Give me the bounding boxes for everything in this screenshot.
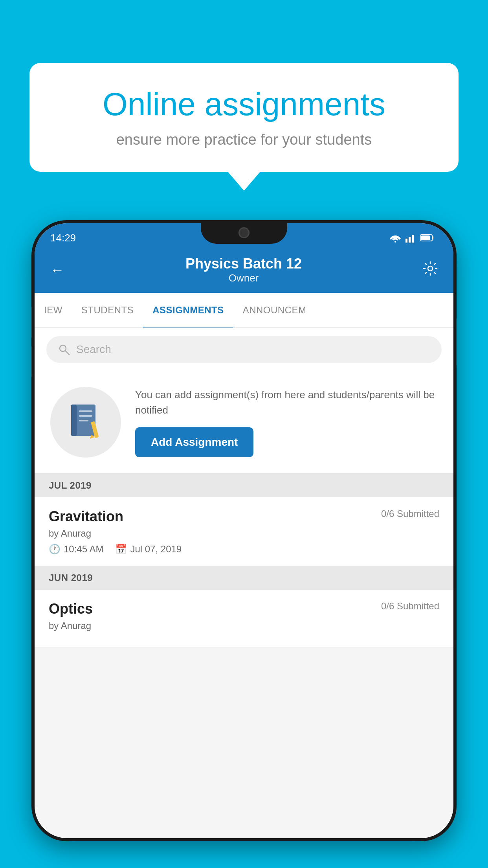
svg-line-9 (65, 351, 69, 355)
tab-assignments[interactable]: ASSIGNMENTS (143, 293, 233, 327)
search-container: Search (35, 328, 453, 371)
search-icon (58, 344, 70, 355)
tab-announcements[interactable]: ANNOUNCEM (233, 293, 316, 327)
svg-rect-1 (405, 239, 407, 243)
tabs-bar: IEW STUDENTS ASSIGNMENTS ANNOUNCEM (35, 293, 453, 328)
assignment-item-header: Gravitation 0/6 Submitted (49, 508, 439, 525)
settings-button[interactable] (423, 261, 438, 279)
assignment-meta: 🕐 10:45 AM 📅 Jul 07, 2019 (49, 544, 439, 555)
calendar-icon: 📅 (115, 544, 127, 555)
volume-up-button[interactable] (31, 307, 32, 338)
signal-icon (405, 233, 416, 243)
back-button[interactable]: ← (50, 262, 64, 278)
svg-rect-12 (79, 410, 92, 412)
section-header-jul: JUL 2019 (35, 474, 453, 497)
speech-bubble-container: Online assignments ensure more practice … (29, 63, 459, 172)
front-camera (238, 227, 250, 238)
assignment-icon-circle (50, 387, 121, 458)
volume-down-button[interactable] (31, 346, 32, 377)
phone-frame: 14:29 (31, 220, 457, 841)
assignment-name: Gravitation (49, 508, 123, 525)
battery-icon (420, 234, 434, 242)
section-header-jun: JUN 2019 (35, 566, 453, 590)
assignment-name-optics: Optics (49, 601, 93, 617)
tab-students[interactable]: STUDENTS (72, 293, 143, 327)
assignment-submitted: 0/6 Submitted (381, 508, 439, 519)
assignment-item-gravitation[interactable]: Gravitation 0/6 Submitted by Anurag 🕐 10… (35, 497, 453, 566)
header-subtitle: Owner (185, 272, 302, 284)
wifi-icon (389, 233, 402, 243)
assignment-item-optics[interactable]: Optics 0/6 Submitted by Anurag (35, 590, 453, 647)
assignment-item-header-optics: Optics 0/6 Submitted (49, 601, 439, 617)
assignment-date: 📅 Jul 07, 2019 (115, 544, 182, 555)
add-assignment-button[interactable]: Add Assignment (135, 427, 253, 457)
speech-bubble-subtitle: ensure more practice for your students (57, 131, 431, 148)
speech-bubble-title: Online assignments (57, 86, 431, 122)
add-assignment-description: You can add assignment(s) from here and … (135, 387, 438, 418)
app-header: ← Physics Batch 12 Owner (35, 248, 453, 293)
assignment-author-optics: by Anurag (49, 620, 439, 631)
phone-notch (201, 220, 287, 244)
power-button[interactable] (456, 318, 457, 366)
phone-screen: 14:29 (35, 223, 453, 838)
svg-point-7 (428, 266, 433, 271)
assignment-time: 🕐 10:45 AM (49, 544, 103, 555)
status-time: 14:29 (50, 232, 76, 244)
status-icons (389, 233, 434, 243)
add-assignment-card: You can add assignment(s) from here and … (35, 371, 453, 474)
header-title-area: Physics Batch 12 Owner (185, 256, 302, 284)
svg-rect-3 (412, 235, 414, 243)
svg-rect-5 (432, 236, 433, 239)
search-placeholder: Search (76, 343, 111, 356)
svg-point-0 (394, 241, 396, 243)
svg-rect-6 (421, 235, 430, 240)
svg-rect-11 (71, 405, 77, 436)
speech-bubble: Online assignments ensure more practice … (29, 63, 459, 172)
search-box[interactable]: Search (46, 336, 442, 363)
notebook-icon (68, 403, 103, 442)
svg-rect-14 (79, 420, 88, 421)
tab-iew[interactable]: IEW (35, 293, 72, 327)
svg-rect-13 (79, 415, 92, 417)
clock-icon: 🕐 (49, 544, 61, 555)
assignment-author: by Anurag (49, 528, 439, 539)
header-title: Physics Batch 12 (185, 256, 302, 272)
add-assignment-content: You can add assignment(s) from here and … (135, 387, 438, 457)
svg-rect-2 (409, 237, 411, 243)
assignment-submitted-optics: 0/6 Submitted (381, 601, 439, 612)
